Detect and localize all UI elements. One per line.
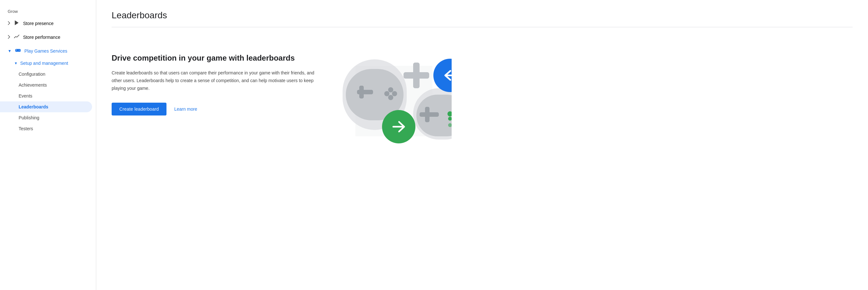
chevron-right-icon — [8, 21, 10, 26]
svg-point-4 — [19, 50, 19, 51]
sidebar-item-testers[interactable]: Testers — [0, 123, 92, 134]
store-performance-icon — [13, 33, 20, 41]
svg-marker-0 — [15, 21, 19, 25]
grow-section-label: Grow — [0, 6, 96, 17]
sidebar-item-leaderboards[interactable]: Leaderboards — [0, 101, 92, 112]
page-title: Leaderboards — [112, 10, 852, 21]
sidebar-item-events[interactable]: Events — [0, 91, 92, 101]
testers-label: Testers — [19, 126, 33, 131]
divider — [112, 27, 852, 27]
sidebar-item-store-performance[interactable]: Store performance — [0, 30, 92, 44]
content-headline: Drive competition in your game with lead… — [112, 53, 323, 63]
events-label: Events — [19, 93, 32, 98]
sidebar: Grow Store presence Store performance — [0, 0, 96, 290]
leaderboards-label: Leaderboards — [19, 104, 49, 109]
setup-management-label: Setup and management — [20, 61, 68, 66]
achievements-label: Achievements — [19, 83, 47, 88]
main-content: Leaderboards Drive competition in your g… — [96, 0, 868, 290]
chevron-right-icon-perf — [8, 35, 10, 40]
svg-point-13 — [388, 95, 393, 100]
svg-rect-15 — [413, 63, 420, 88]
sidebar-item-setup-management[interactable]: ▼ Setup and management — [0, 58, 92, 69]
sidebar-item-play-games-services[interactable]: ▼ Play Games Services — [0, 44, 92, 58]
svg-rect-19 — [425, 107, 430, 122]
content-body: Create leaderboards so that users can co… — [112, 69, 323, 92]
game-illustration — [336, 40, 452, 156]
button-row: Create leaderboard Learn more — [112, 103, 323, 116]
svg-point-11 — [392, 91, 397, 96]
content-area: Drive competition in your game with lead… — [112, 40, 852, 156]
play-games-services-label: Play Games Services — [24, 49, 67, 54]
sidebar-item-store-presence[interactable]: Store presence — [0, 17, 92, 30]
svg-point-10 — [388, 87, 393, 92]
learn-more-button[interactable]: Learn more — [174, 106, 197, 111]
illustration — [336, 40, 452, 156]
svg-rect-3 — [17, 50, 17, 51]
sidebar-item-achievements[interactable]: Achievements — [0, 79, 92, 91]
store-performance-label: Store performance — [23, 35, 60, 40]
publishing-label: Publishing — [19, 115, 39, 120]
chevron-down-icon-setup: ▼ — [14, 61, 18, 65]
sidebar-item-publishing[interactable]: Publishing — [0, 112, 92, 123]
chevron-down-icon-pgs: ▼ — [8, 49, 11, 53]
store-presence-label: Store presence — [23, 21, 54, 26]
store-presence-icon — [13, 20, 20, 27]
sidebar-item-configuration[interactable]: Configuration — [0, 69, 92, 79]
create-leaderboard-button[interactable]: Create leaderboard — [112, 103, 166, 116]
svg-point-12 — [384, 91, 390, 96]
configuration-label: Configuration — [19, 71, 45, 77]
play-games-icon — [15, 47, 21, 55]
svg-point-5 — [20, 50, 20, 51]
svg-rect-9 — [359, 86, 364, 98]
content-text: Drive competition in your game with lead… — [112, 40, 323, 116]
